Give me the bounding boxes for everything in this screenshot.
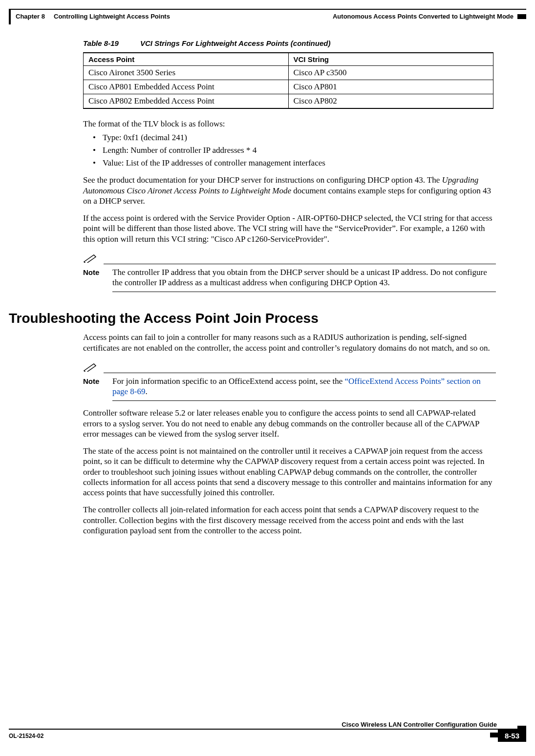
section-heading: Troubleshooting the Access Point Join Pr… [9,311,535,326]
dhcp-doc-text-pre: See the product documentation for your D… [83,175,442,185]
table-row: Cisco AP802 Embedded Access Point Cisco … [84,94,493,109]
tlv-intro: The format of the TLV block is as follow… [83,119,496,129]
pencil-icon [83,253,104,265]
chapter-number: Chapter 8 [16,13,45,20]
table-caption: Table 8-19 VCI Strings For Lightweight A… [83,39,535,47]
page-content: Table 8-19 VCI Strings For Lightweight A… [0,39,535,536]
note-text-pre: For join information specific to an Offi… [112,377,345,386]
note-rule-top [104,373,496,373]
list-item: •Length: Number of controller IP address… [93,146,496,155]
list-item: •Type: 0xf1 (decimal 241) [93,133,496,143]
note-block: Note For join information specific to an… [83,362,496,401]
bullet-icon: • [93,158,103,168]
table-cell: Cisco AP801 [288,80,493,94]
pencil-icon [83,362,104,374]
page-footer: Cisco Wireless LAN Controller Configurat… [9,729,526,744]
table-row: Cisco Aironet 3500 Series Cisco AP c3500 [84,66,493,80]
table-number: Table 8-19 [83,39,119,47]
footer-guide-title: Cisco Wireless LAN Controller Configurat… [340,721,499,728]
troubleshoot-p3: The state of the access point is not mai… [83,446,496,498]
troubleshoot-p2: Controller software release 5.2 or later… [83,408,496,439]
header-left-text: Chapter 8 Controlling Lightweight Access… [16,13,170,20]
table-cell: Cisco AP802 Embedded Access Point [84,94,289,109]
footer-page-number: 8-53 [498,730,526,742]
note-rule-top [104,264,496,264]
header-right: Autonomous Access Points Converted to Li… [333,13,526,20]
troubleshoot-p1: Access points can fail to join a control… [83,332,496,353]
header-left-bar [9,10,11,24]
note-label: Note [83,267,112,293]
table-header-col1: Access Point [84,53,289,66]
vci-table: Access Point VCI String Cisco Aironet 35… [83,52,493,109]
page-header: Chapter 8 Controlling Lightweight Access… [9,9,526,28]
bullet-list: •Type: 0xf1 (decimal 241) •Length: Numbe… [93,133,496,168]
table-row: Cisco AP801 Embedded Access Point Cisco … [84,80,493,94]
dhcp-doc-paragraph: See the product documentation for your D… [83,175,496,206]
header-right-text: Autonomous Access Points Converted to Li… [333,13,514,20]
header-right-bar [517,14,526,19]
list-item: •Value: List of the IP addresses of cont… [93,158,496,168]
table-header-row: Access Point VCI String [84,53,493,66]
note-text: The controller IP address that you obtai… [112,267,496,293]
bullet-icon: • [93,146,103,155]
bullet-icon: • [93,133,103,143]
svg-marker-0 [84,255,96,263]
table-header-col2: VCI String [288,53,493,66]
list-item-text: Length: Number of controller IP addresse… [103,146,257,155]
footer-line: Cisco Wireless LAN Controller Configurat… [9,729,526,744]
troubleshoot-p4: The controller collects all join-related… [83,504,496,536]
footer-document-number: OL-21524-02 [9,733,43,739]
table-cell: Cisco Aironet 3500 Series [84,66,289,80]
note-text-post: . [146,387,148,396]
table-cell: Cisco AP801 Embedded Access Point [84,80,289,94]
note-label: Note [83,376,112,401]
service-provider-paragraph: If the access point is ordered with the … [83,213,496,244]
note-text: For join information specific to an Offi… [112,376,496,401]
list-item-text: Type: 0xf1 (decimal 241) [103,133,187,143]
svg-line-1 [84,262,86,263]
note-block: Note The controller IP address that you … [83,253,496,293]
chapter-title: Controlling Lightweight Access Points [54,13,170,20]
svg-marker-2 [84,364,96,372]
table-cell: Cisco AP c3500 [288,66,493,80]
table-cell: Cisco AP802 [288,94,493,109]
table-title: VCI Strings For Lightweight Access Point… [140,39,330,47]
svg-line-3 [84,371,86,372]
list-item-text: Value: List of the IP addresses of contr… [103,158,325,168]
